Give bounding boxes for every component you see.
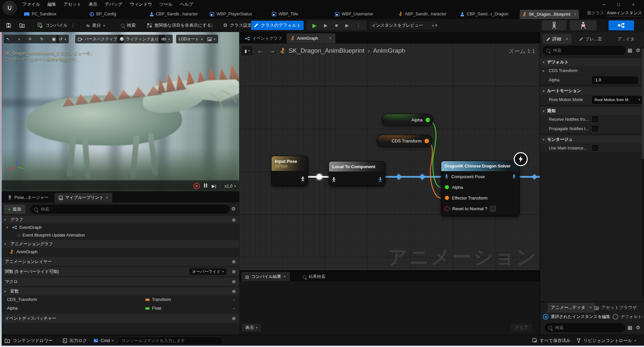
- search-input[interactable]: [552, 48, 622, 53]
- nav-forward-button[interactable]: →: [268, 47, 277, 54]
- search-input[interactable]: [40, 207, 226, 212]
- clear-button[interactable]: クリア: [511, 324, 532, 332]
- compile-button[interactable]: コンパイル: [35, 21, 70, 30]
- add-layer-icon[interactable]: ⊕: [232, 259, 236, 264]
- gear-icon[interactable]: ⚙: [636, 325, 640, 331]
- minimize-button[interactable]: ─: [597, 0, 611, 9]
- all-saved-button[interactable]: すべて保存済み: [529, 335, 574, 346]
- root-motion-mode-dropdown[interactable]: Root Motion from M ▾: [592, 96, 642, 104]
- menu-file[interactable]: ファイル: [19, 0, 44, 9]
- node-input-pose[interactable]: Input Pose InPose: [271, 156, 308, 186]
- tab-find-results[interactable]: 結果検索: [299, 272, 329, 281]
- add-graph-icon[interactable]: ⊕: [232, 217, 236, 223]
- row-eventgraph[interactable]: ▾ EventGraph: [2, 224, 239, 231]
- tab-asset-browser[interactable]: アセットブラウザ: [591, 303, 640, 313]
- lod-dropdown[interactable]: LODオート ▾: [176, 35, 205, 43]
- hide-unrelated-button[interactable]: 無関係な項目を非表示にする: [144, 21, 214, 30]
- section-default[interactable]: ▾ デフォルト: [540, 58, 642, 66]
- rotate-tool-icon[interactable]: ↻: [40, 37, 43, 41]
- search-input[interactable]: [554, 325, 621, 330]
- show-filter-dropdown[interactable]: 表示 ▾: [242, 324, 261, 332]
- anim-panel-search[interactable]: [545, 323, 625, 332]
- row-variable-alpha[interactable]: Alpha Float ⌣: [2, 304, 239, 313]
- row-animgraph[interactable]: AnimGraph: [2, 248, 239, 256]
- row-event-blueprint-update-animation[interactable]: ◇ Event Blueprint Update Animation: [2, 231, 239, 239]
- menu-help[interactable]: ヘルプ: [176, 0, 197, 9]
- pose-input-pin[interactable]: [332, 177, 336, 182]
- details-scrollbar[interactable]: [642, 46, 644, 300]
- reset-checkbox[interactable]: [490, 206, 496, 212]
- preview-viewport[interactable]: ↖ ▾ ✛ ↻ ▣ ↺ ▾ パースペクティブ ▾ ライティングあり ▾ ▾ LO…: [2, 32, 239, 191]
- section-variables[interactable]: ▾ 変数 ⊕: [2, 287, 239, 295]
- edit-selected-radio[interactable]: [543, 314, 548, 320]
- section-macros[interactable]: マクロ ⊕: [2, 277, 239, 286]
- menu-view[interactable]: 表示: [85, 0, 101, 9]
- tab-wbp-username[interactable]: WBP_Username: [332, 10, 375, 18]
- play-icon[interactable]: ▶: [312, 22, 316, 29]
- section-root-motion[interactable]: ▾ ルートモーション: [540, 87, 642, 95]
- find-button[interactable]: 検索: [118, 21, 138, 30]
- edit-defaults-radio[interactable]: [613, 314, 618, 320]
- propagate-notifies-checkbox[interactable]: [592, 126, 598, 131]
- hide-unrelated-options-button[interactable]: ⋮: [208, 21, 216, 30]
- display-filter-icon[interactable]: ▦: [628, 47, 632, 53]
- compile-options-button[interactable]: ⋮: [69, 21, 77, 30]
- tab-cbp-sand-dragon[interactable]: CBP_Sand...r_Dragon: [458, 10, 511, 18]
- receive-notifies-checkbox[interactable]: [592, 116, 598, 122]
- move-tool-icon[interactable]: ✛: [28, 37, 32, 41]
- breadcrumb-current[interactable]: AnimGraph: [373, 47, 405, 54]
- closed-eye-icon[interactable]: ⌣: [232, 297, 235, 302]
- override-dropdown[interactable]: オーバーライド ▾: [189, 268, 226, 275]
- step-forward-button[interactable]: ▶|: [212, 184, 216, 189]
- row-alpha[interactable]: Alpha 1.0: [540, 75, 642, 85]
- pose-output-pin[interactable]: [301, 177, 305, 182]
- animgraph-canvas[interactable]: ▮ ▾ ← → SK_Dragon_AnimBlueprint › AnimGr…: [239, 43, 540, 270]
- class-defaults-button[interactable]: クラスのデフォルト: [251, 21, 304, 30]
- close-icon[interactable]: ×: [329, 36, 331, 41]
- scale-tool-icon[interactable]: ▣: [52, 37, 56, 41]
- display-filter-icon[interactable]: ▦: [628, 325, 632, 331]
- tab-wbp-playerstatus[interactable]: WBP_PlayerStatus: [207, 10, 255, 18]
- close-button[interactable]: ×: [626, 0, 641, 9]
- transform-output-pin[interactable]: [424, 138, 429, 143]
- pause-button[interactable]: [204, 184, 208, 189]
- revision-control-dropdown[interactable]: リビジョンコントロール ▾: [573, 335, 639, 346]
- play-options-icon[interactable]: ⋮: [356, 23, 361, 28]
- browse-asset-button[interactable]: [17, 21, 28, 30]
- playback-speed-dropdown[interactable]: x1.0 ▾: [224, 184, 236, 189]
- section-animation-graphs[interactable]: ▾ アニメーショングラフ: [2, 240, 239, 248]
- menu-debug[interactable]: デバッグ: [101, 0, 126, 9]
- diff-button[interactable]: ⇆ 差分 ▾: [84, 21, 108, 30]
- node-cds-transform-getter[interactable]: CDS Transform: [377, 135, 432, 147]
- nav-back-button[interactable]: ←: [256, 47, 265, 54]
- screenshot-dropdown[interactable]: ▾: [205, 35, 218, 43]
- menu-edit[interactable]: 編集: [44, 0, 60, 9]
- record-button[interactable]: [193, 183, 200, 189]
- row-root-motion-mode[interactable]: Root Motion Mode Root Motion from M ▾: [540, 95, 642, 105]
- tab-compile-results[interactable]: ▤ コンパイル結果 ×: [241, 272, 290, 281]
- breadcrumb-root[interactable]: SK_Dragon_AnimBlueprint: [289, 47, 364, 54]
- close-icon[interactable]: ×: [106, 196, 108, 200]
- add-variable-icon[interactable]: ⊕: [232, 289, 236, 294]
- close-icon[interactable]: ×: [284, 274, 286, 279]
- menu-asset[interactable]: アセット: [60, 0, 85, 9]
- gear-icon[interactable]: ⚙: [231, 206, 236, 212]
- menu-window[interactable]: ウィンドウ: [126, 0, 156, 9]
- my-blueprint-search[interactable]: [30, 205, 229, 214]
- node-dragonik-solver[interactable]: DragonIK Chinese Dragon Solver Component…: [441, 161, 520, 216]
- alpha-input-pin[interactable]: [445, 185, 449, 190]
- console-input[interactable]: [118, 337, 222, 345]
- tab-details[interactable]: 詳細 ×: [543, 34, 572, 44]
- section-animation-layers[interactable]: アニメーションレイヤー ⊕: [2, 257, 239, 266]
- gear-icon[interactable]: ⚙: [636, 47, 640, 53]
- row-propagate-notifies[interactable]: Propagate Notifies t...: [540, 124, 642, 133]
- class-settings-button[interactable]: ⚙ クラス設定: [220, 21, 255, 30]
- bool-input-pin[interactable]: [445, 206, 450, 211]
- maximize-button[interactable]: □: [611, 0, 626, 9]
- add-function-icon[interactable]: ⊕: [232, 269, 236, 274]
- alpha-value-input[interactable]: 1.0: [592, 76, 638, 84]
- save-button[interactable]: [3, 21, 14, 30]
- tab-cbp-sandbox-character[interactable]: CBP_Sandb...haracter: [147, 10, 200, 18]
- section-functions[interactable]: 関数 (5 オーバーライド可能) オーバーライド ▾ ⊕: [2, 267, 239, 276]
- perspective-dropdown[interactable]: パースペクティブ ▾: [75, 35, 124, 43]
